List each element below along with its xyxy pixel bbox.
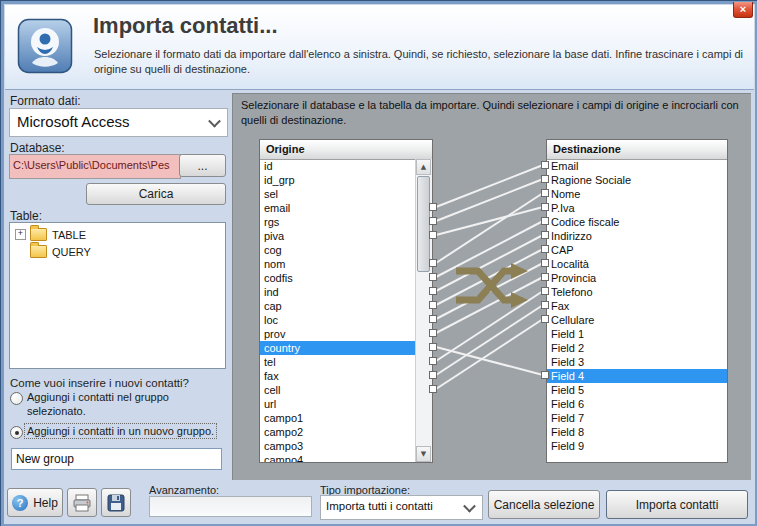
list-item[interactable]: loc [260, 313, 416, 327]
list-item[interactable]: Field 5 [547, 383, 727, 397]
list-item[interactable]: cap [260, 299, 416, 313]
import-contacts-dialog: Importa contatti... Selezionare il forma… [0, 0, 757, 526]
progress-bar [149, 496, 312, 517]
formato-dati-dropdown[interactable]: Microsoft Access [9, 108, 228, 137]
origin-scrollbar[interactable]: ▲ ▼ [415, 159, 432, 462]
tree-item[interactable]: +TABLE [15, 226, 225, 243]
insert-question-label: Come vuoi inserire i nuovi contatti? [10, 377, 189, 389]
list-item[interactable]: CAP [547, 243, 727, 257]
list-item[interactable]: P.Iva [547, 201, 727, 215]
list-item[interactable]: codfis [260, 271, 416, 285]
list-item[interactable]: Telefono [547, 285, 727, 299]
list-item[interactable]: piva [260, 229, 416, 243]
list-item[interactable]: cell [260, 383, 416, 397]
tree-item-label: QUERY [52, 246, 91, 258]
list-item[interactable]: Cellulare [547, 313, 727, 327]
importa-contatti-button[interactable]: Importa contatti [606, 490, 748, 519]
list-item[interactable]: id [260, 159, 416, 173]
list-item[interactable]: Email [547, 159, 727, 173]
list-item[interactable]: country [260, 341, 416, 355]
scroll-down-icon[interactable]: ▼ [416, 446, 431, 462]
tree-item[interactable]: QUERY [15, 243, 225, 260]
destination-listbox: Destinazione EmailRagione SocialeNomeP.I… [546, 139, 728, 463]
list-item[interactable]: url [260, 397, 416, 411]
database-path-field[interactable]: C:\Users\Public\Documents\Pes [9, 154, 181, 179]
avanzamento-label: Avanzamento: [149, 484, 219, 496]
table-label: Table: [10, 209, 42, 223]
list-item[interactable]: sel [260, 187, 416, 201]
list-item[interactable]: id_grp [260, 173, 416, 187]
tipo-importazione-value: Importa tutti i contatti [326, 500, 433, 512]
close-button[interactable]: × [733, 2, 753, 18]
list-item[interactable]: Field 8 [547, 425, 727, 439]
radio-existing-group[interactable] [10, 392, 23, 405]
origin-listbox: Origine idid_grpselemailrgspivacognomcod… [259, 139, 433, 463]
dialog-header: Importa contatti... Selezionare il forma… [5, 5, 754, 90]
list-item[interactable]: Fax [547, 299, 727, 313]
origin-list-body[interactable]: idid_grpselemailrgspivacognomcodfisindca… [260, 159, 416, 462]
print-button[interactable] [67, 488, 97, 517]
dialog-title: Importa contatti... [93, 13, 278, 39]
help-icon: ? [12, 495, 28, 511]
list-item[interactable]: Field 3 [547, 355, 727, 369]
list-item[interactable]: Field 6 [547, 397, 727, 411]
chevron-down-icon [208, 114, 221, 127]
chevron-down-icon [463, 499, 476, 512]
list-item[interactable]: ind [260, 285, 416, 299]
dialog-subtitle: Selezionare il formato dati da importare… [94, 47, 746, 78]
save-button[interactable] [101, 488, 131, 517]
tipo-importazione-dropdown[interactable]: Importa tutti i contatti [320, 495, 483, 520]
cancella-selezione-button[interactable]: Cancella selezione [488, 490, 600, 519]
list-item[interactable]: rgs [260, 215, 416, 229]
list-item[interactable]: email [260, 201, 416, 215]
mapping-instructions: Selezionare il database e la tabella da … [241, 98, 746, 128]
list-item[interactable]: cog [260, 243, 416, 257]
formato-dati-label: Formato dati: [10, 94, 81, 108]
folder-icon [30, 228, 47, 241]
app-logo-icon [17, 18, 73, 74]
help-button[interactable]: ? Help [7, 488, 63, 517]
list-item[interactable]: Field 2 [547, 341, 727, 355]
list-item[interactable]: Ragione Sociale [547, 173, 727, 187]
list-item[interactable]: tel [260, 355, 416, 369]
formato-dati-value: Microsoft Access [17, 113, 130, 130]
destination-list-header: Destinazione [547, 140, 727, 160]
table-tree[interactable]: +TABLEQUERY [9, 222, 226, 369]
radio-new-group[interactable] [10, 426, 23, 439]
database-label: Database: [10, 141, 65, 155]
tree-expander-icon[interactable]: + [15, 229, 26, 240]
list-item[interactable]: Field 7 [547, 411, 727, 425]
carica-button[interactable]: Carica [86, 183, 226, 205]
scrollbar-thumb[interactable] [417, 176, 430, 272]
list-item[interactable]: Località [547, 257, 727, 271]
list-item[interactable]: campo1 [260, 411, 416, 425]
list-item[interactable]: prov [260, 327, 416, 341]
list-item[interactable]: Indirizzo [547, 229, 727, 243]
list-item[interactable]: campo2 [260, 425, 416, 439]
radio-existing-group-label[interactable]: Aggiungi i contatti nel gruppo seleziona… [27, 390, 212, 419]
radio-new-group-label[interactable]: Aggiungi i contatti in un nuovo gruppo. [25, 424, 216, 438]
list-item[interactable]: fax [260, 369, 416, 383]
list-item[interactable]: nom [260, 257, 416, 271]
list-item[interactable]: Codice fiscale [547, 215, 727, 229]
help-button-label: Help [33, 496, 58, 510]
list-item[interactable]: campo4 [260, 453, 416, 462]
new-group-input[interactable] [11, 448, 222, 470]
floppy-disk-icon [106, 493, 126, 513]
scroll-up-icon[interactable]: ▲ [416, 159, 431, 175]
destination-list-body[interactable]: EmailRagione SocialeNomeP.IvaCodice fisc… [547, 159, 727, 462]
cross-mapping-icon [452, 260, 530, 312]
printer-icon [72, 493, 92, 513]
list-item[interactable]: Nome [547, 187, 727, 201]
origin-list-header: Origine [260, 140, 432, 160]
list-item[interactable]: campo3 [260, 439, 416, 453]
folder-icon [30, 245, 47, 258]
list-item[interactable]: Field 4 [547, 369, 727, 383]
list-item[interactable]: Field 9 [547, 439, 727, 453]
tree-item-label: TABLE [52, 229, 86, 241]
list-item[interactable]: Field 1 [547, 327, 727, 341]
list-item[interactable]: Provincia [547, 271, 727, 285]
browse-button[interactable]: ... [179, 154, 226, 177]
